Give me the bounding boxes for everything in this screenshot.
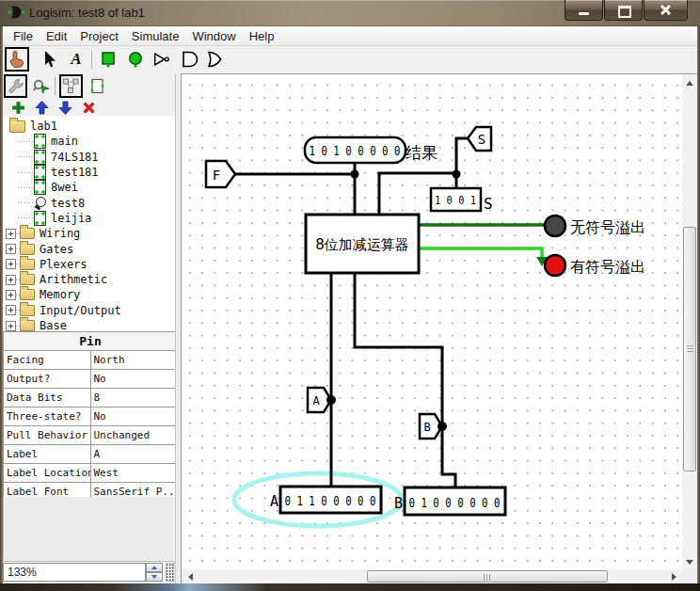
tree-item-label: 8wei — [51, 181, 78, 194]
attr-value[interactable]: No — [90, 370, 178, 389]
and-gate-tool-button[interactable] — [178, 47, 202, 72]
wire-b[interactable] — [355, 273, 455, 487]
tree-item-circuit-74ls181[interactable]: 74LS181 — [3, 150, 178, 165]
panel-splitter[interactable] — [175, 73, 182, 583]
spin-down-icon — [151, 575, 157, 579]
menu-edit[interactable]: Edit — [41, 27, 75, 45]
tree-item-project[interactable]: lab1 — [3, 119, 178, 134]
attr-value[interactable]: North — [90, 351, 178, 370]
result-pin-value: 1 0 1 0 0 0 0 0 — [310, 143, 401, 158]
tree-item-circuit-main[interactable]: main — [3, 134, 178, 149]
layout-view-button[interactable] — [59, 74, 83, 98]
move-circuit-up-button[interactable] — [33, 100, 50, 115]
attribute-row-data-bits: Data Bits 8 — [4, 389, 178, 407]
attr-name: Three-state? — [4, 407, 91, 426]
not-gate-tool-button[interactable] — [150, 47, 174, 72]
attr-value[interactable]: A — [90, 445, 178, 464]
input-pin-tool-button[interactable] — [96, 47, 120, 72]
vertical-scrollbar-thumb[interactable] — [683, 227, 696, 471]
input-pin-f-label: F — [213, 168, 220, 183]
scroll-up-button[interactable] — [682, 75, 697, 90]
tree-item-circuit-8wei[interactable]: 8wei — [3, 180, 178, 195]
select-tool-button[interactable] — [38, 47, 62, 72]
wire-signed-overflow[interactable] — [419, 248, 542, 258]
maximize-button[interactable] — [604, 0, 643, 21]
remove-circuit-icon — [82, 101, 96, 115]
expand-icon[interactable] — [6, 259, 16, 269]
tree-item-library-wiring[interactable]: Wiring — [3, 226, 178, 241]
attr-value[interactable]: West — [90, 464, 178, 483]
poke-tool-button[interactable] — [5, 47, 29, 72]
scroll-right-icon — [672, 573, 676, 581]
attribute-table-title: Pin — [4, 332, 178, 351]
zoom-spinner — [146, 563, 163, 582]
zoom-level-field[interactable]: 133% — [3, 563, 146, 582]
expand-icon[interactable] — [6, 305, 16, 315]
attr-value[interactable]: 8 — [90, 389, 178, 407]
minimize-button[interactable] — [565, 0, 603, 21]
tree-item-label: test8 — [51, 197, 85, 210]
appearance-view-button[interactable] — [86, 74, 109, 98]
tree-item-library-base[interactable]: Base — [3, 318, 178, 331]
s-value: 1 0 0 1 — [435, 193, 476, 207]
expand-icon[interactable] — [6, 244, 16, 254]
scroll-down-button[interactable] — [682, 554, 697, 569]
scroll-right-button[interactable] — [666, 569, 681, 583]
menu-window[interactable]: Window — [187, 27, 244, 45]
app-icon — [8, 5, 24, 21]
tree-item-library-gates[interactable]: Gates — [3, 241, 178, 256]
folder-icon — [20, 259, 35, 270]
horizontal-scrollbar[interactable] — [182, 569, 682, 583]
close-button[interactable] — [644, 0, 688, 21]
output-pin-tool-button[interactable] — [123, 47, 148, 72]
add-circuit-button[interactable] — [9, 100, 26, 115]
attr-value[interactable]: Unchanged — [90, 426, 178, 445]
text-tool-button[interactable]: A — [64, 47, 88, 72]
attr-value[interactable]: No — [90, 407, 178, 426]
remove-circuit-button[interactable] — [80, 100, 97, 115]
zoom-in-button[interactable] — [146, 563, 163, 572]
toolbar-separator — [91, 50, 92, 69]
expand-icon[interactable] — [6, 290, 16, 300]
folder-icon — [20, 274, 35, 285]
schematic-svg: 1 0 1 0 0 0 0 0 结果 S 1 0 0 1 S F 8位加减运算器… — [182, 73, 682, 569]
zoom-out-button[interactable] — [146, 572, 163, 582]
input-pin-f[interactable] — [206, 161, 235, 187]
expand-icon[interactable] — [6, 321, 16, 331]
tree-item-library-arithmetic[interactable]: Arithmetic — [3, 272, 178, 287]
explorer-separator — [55, 76, 56, 95]
circuit-icon — [34, 134, 46, 149]
menu-project[interactable]: Project — [75, 27, 126, 45]
menu-simulate[interactable]: Simulate — [127, 27, 188, 45]
output-pin-icon — [125, 49, 146, 70]
select-arrow-icon — [40, 49, 60, 70]
menu-file[interactable]: File — [8, 27, 41, 45]
tree-item-library-plexers[interactable]: Plexers — [3, 257, 178, 272]
tree-item-circuit-test181[interactable]: test181 — [3, 165, 178, 180]
result-pin-label: 结果 — [406, 143, 438, 162]
scroll-left-button[interactable] — [183, 569, 198, 583]
expand-icon[interactable] — [6, 229, 16, 239]
vertical-scrollbar[interactable] — [682, 73, 697, 569]
title-bar[interactable]: Logisim: test8 of lab1 — [0, 0, 700, 26]
tree-item-library-memory[interactable]: Memory — [3, 287, 178, 302]
tree-item-library-input-output[interactable]: Input/Output — [3, 303, 178, 318]
led-signed-overflow[interactable] — [545, 255, 565, 276]
circuit-canvas[interactable]: 1 0 1 0 0 0 0 0 结果 S 1 0 0 1 S F 8位加减运算器… — [182, 73, 682, 569]
or-gate-tool-button[interactable] — [203, 47, 228, 72]
simulation-tree-button[interactable] — [29, 74, 53, 98]
attribute-row-facing: Facing North — [4, 351, 178, 370]
led-unsigned-overflow[interactable] — [545, 216, 565, 236]
wire-s-input[interactable] — [456, 138, 468, 188]
expand-icon[interactable] — [6, 275, 16, 285]
move-circuit-down-button[interactable] — [56, 100, 73, 115]
zoom-level-value: 133% — [8, 566, 37, 579]
menu-help[interactable]: Help — [245, 27, 283, 45]
toolbox-view-button[interactable] — [4, 74, 27, 98]
circuit-icon — [34, 211, 46, 226]
tree-item-label: Input/Output — [40, 304, 121, 317]
tree-item-circuit-leijia[interactable]: leijia — [3, 211, 178, 226]
horizontal-scrollbar-thumb[interactable] — [367, 570, 608, 583]
tree-item-circuit-test8-current[interactable]: test8 — [3, 195, 178, 210]
unsigned-overflow-label: 无符号溢出 — [570, 218, 645, 236]
